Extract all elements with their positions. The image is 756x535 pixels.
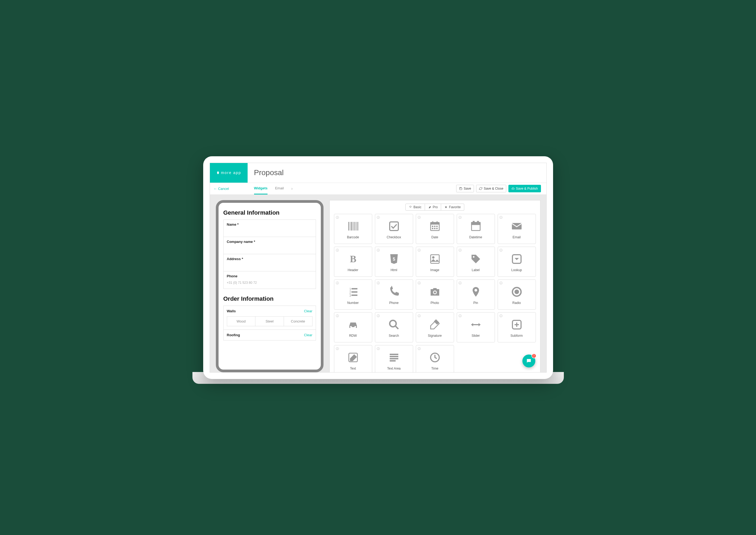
widget-label[interactable]: ⓘLabel — [457, 247, 495, 277]
star-icon — [444, 206, 448, 209]
info-icon[interactable]: ⓘ — [418, 215, 421, 219]
info-icon[interactable]: ⓘ — [377, 281, 380, 285]
walls-option-steel[interactable]: Steel — [255, 317, 284, 326]
svg-point-40 — [515, 290, 518, 294]
walls-option-concrete[interactable]: Concrete — [284, 317, 312, 326]
field-name-label: Name * — [227, 222, 312, 226]
widget-label: Date — [431, 235, 438, 239]
info-icon[interactable]: ⓘ — [336, 215, 339, 219]
datetime-icon — [469, 219, 482, 234]
field-name[interactable]: Name * — [224, 220, 316, 237]
widget-header[interactable]: ⓘBHeader — [334, 247, 372, 277]
brand-text: more app — [221, 171, 241, 175]
widget-number[interactable]: ⓘ123Number — [334, 279, 372, 310]
nav-row: ← Cancel Widgets Email › Save Save & Clo… — [210, 183, 546, 195]
filter-pro[interactable]: Pro — [425, 204, 441, 211]
info-icon[interactable]: ⓘ — [418, 281, 421, 285]
chat-fab[interactable]: 3 — [522, 354, 535, 367]
widget-label: Datetime — [469, 235, 482, 239]
svg-rect-0 — [460, 187, 461, 188]
widget-barcode[interactable]: ⓘBarcode — [334, 214, 372, 244]
tab-widgets[interactable]: Widgets — [254, 183, 268, 194]
cancel-button[interactable]: ← Cancel — [210, 187, 247, 191]
lookup-icon — [510, 251, 523, 267]
reload-icon — [479, 187, 482, 190]
widget-label: Subform — [510, 334, 523, 338]
radio-icon — [510, 284, 523, 299]
html-icon: 5 — [388, 251, 400, 267]
laptop-frame: more app Proposal ← Cancel Widgets Email… — [203, 156, 553, 379]
info-icon[interactable]: ⓘ — [377, 314, 380, 318]
info-icon[interactable]: ⓘ — [418, 314, 421, 318]
brand-logo[interactable]: more app — [210, 163, 247, 183]
filter-favorite[interactable]: Favorite — [441, 204, 464, 211]
svg-point-42 — [355, 326, 356, 327]
field-address[interactable]: Address * — [224, 254, 316, 271]
roofing-clear[interactable]: Clear — [304, 333, 312, 337]
info-icon[interactable]: ⓘ — [377, 347, 380, 351]
info-icon[interactable]: ⓘ — [418, 347, 421, 351]
widget-date[interactable]: ⓘDate — [416, 214, 454, 244]
save-publish-button[interactable]: Save & Publish — [509, 185, 541, 192]
widget-lookup[interactable]: ⓘLookup — [498, 247, 536, 277]
header-bar: more app Proposal — [210, 163, 546, 183]
widget-image[interactable]: ⓘImage — [416, 247, 454, 277]
widget-datetime[interactable]: ⓘDatetime — [457, 214, 495, 244]
svg-point-41 — [350, 326, 352, 327]
info-icon[interactable]: ⓘ — [500, 281, 503, 285]
info-icon[interactable]: ⓘ — [459, 248, 462, 252]
widget-signature[interactable]: ⓘSignature — [416, 312, 454, 342]
info-icon[interactable]: ⓘ — [500, 215, 503, 219]
widget-email[interactable]: ⓘEmail — [498, 214, 536, 244]
widget-time[interactable]: ⓘTime — [416, 345, 454, 372]
field-phone-label: Phone — [227, 274, 312, 278]
info-icon[interactable]: ⓘ — [418, 248, 421, 252]
info-icon[interactable]: ⓘ — [377, 215, 380, 219]
svg-rect-6 — [356, 222, 357, 231]
info-icon[interactable]: ⓘ — [459, 215, 462, 219]
order-fields: Walls Clear Wood Steel Concrete Roofing … — [223, 306, 316, 341]
widget-label: Image — [430, 268, 439, 272]
widget-text[interactable]: ⓘText — [334, 345, 372, 372]
info-icon[interactable]: ⓘ — [336, 248, 339, 252]
chat-badge: 3 — [532, 353, 537, 358]
time-icon — [428, 350, 441, 365]
widget-text-area[interactable]: ⓘText Area — [375, 345, 413, 372]
label-icon — [469, 251, 482, 267]
svg-rect-22 — [478, 221, 479, 224]
action-buttons: Save Save & Close Save & Publish — [456, 185, 546, 192]
info-icon[interactable]: ⓘ — [336, 314, 339, 318]
info-icon[interactable]: ⓘ — [500, 248, 503, 252]
info-icon[interactable]: ⓘ — [377, 248, 380, 252]
walls-option-wood[interactable]: Wood — [227, 317, 256, 326]
widget-photo[interactable]: ⓘPhoto — [416, 279, 454, 310]
info-icon[interactable]: ⓘ — [500, 314, 503, 318]
info-icon[interactable]: ⓘ — [336, 347, 339, 351]
subform-icon — [510, 317, 523, 332]
filter-basic[interactable]: Basic — [405, 204, 425, 211]
save-button[interactable]: Save — [456, 185, 474, 192]
save-close-button[interactable]: Save & Close — [476, 185, 506, 192]
tab-email[interactable]: Email — [275, 183, 284, 194]
widget-rdw[interactable]: ⓘRDW — [334, 312, 372, 342]
widget-html[interactable]: ⓘ5Html — [375, 247, 413, 277]
breadcrumb-tabs: Widgets Email › — [247, 183, 456, 194]
widget-radio[interactable]: ⓘRadio — [498, 279, 536, 310]
widget-label: Pin — [474, 301, 478, 305]
widget-checkbox[interactable]: ⓘCheckbox — [375, 214, 413, 244]
app-screen: more app Proposal ← Cancel Widgets Email… — [210, 163, 547, 373]
widget-phone[interactable]: ⓘPhone — [375, 279, 413, 310]
info-icon[interactable]: ⓘ — [459, 281, 462, 285]
widget-pin[interactable]: ⓘPin — [457, 279, 495, 310]
info-icon[interactable]: ⓘ — [336, 281, 339, 285]
svg-rect-49 — [390, 354, 398, 355]
walls-clear[interactable]: Clear — [304, 309, 312, 313]
arrow-left-icon: ← — [214, 187, 218, 191]
field-phone[interactable]: Phone +31 (0) 71 523 80 72 — [224, 271, 316, 289]
widget-search[interactable]: ⓘSearch — [375, 312, 413, 342]
field-company[interactable]: Company name * — [224, 237, 316, 254]
chat-icon — [526, 358, 532, 364]
widget-slider[interactable]: ⓘSlider — [457, 312, 495, 342]
widget-subform[interactable]: ⓘSubform — [498, 312, 536, 342]
info-icon[interactable]: ⓘ — [459, 314, 462, 318]
